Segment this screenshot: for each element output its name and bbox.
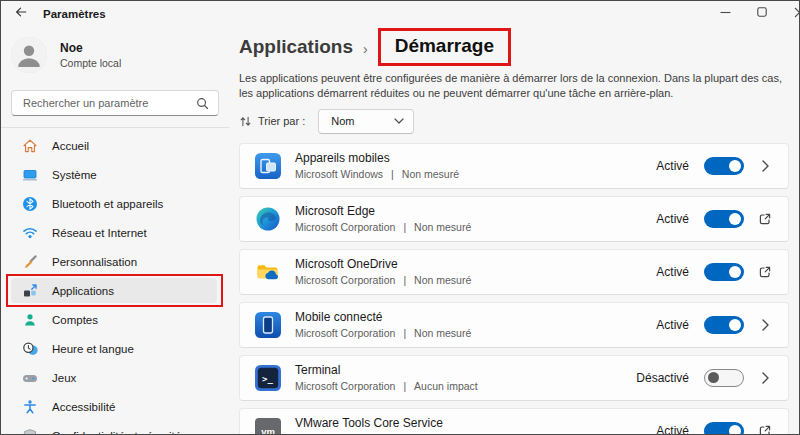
breadcrumb: Applications › Démarrage [239,28,789,66]
onedrive-icon [255,259,281,285]
accessibility-icon [22,399,38,415]
titlebar: Paramètres [1,1,799,27]
app-info: Microsoft Edge Microsoft Corporation | N… [295,204,656,233]
app-row: Microsoft OneDrive Microsoft Corporation… [239,249,789,295]
app-toggle[interactable] [704,422,744,435]
external-link-icon[interactable] [757,212,773,226]
sidebar-item-label: Heure et langue [52,343,134,355]
sidebar-item-reseau-et-internet[interactable]: Réseau et Internet [11,220,217,245]
sidebar-item-confidentialite-et-securite[interactable]: Confidentialité et sécurité [11,423,217,435]
app-row: vm VMware Tools Core Service VMware, Inc… [239,408,789,435]
sidebar-item-accueil[interactable]: Accueil [11,133,217,158]
app-publisher: Microsoft Corporation [295,380,395,392]
svg-text:vm: vm [261,425,275,435]
sort-dropdown-value: Nom [331,115,354,127]
chevron-down-icon [394,118,404,124]
sort-dropdown[interactable]: Nom [318,109,414,134]
chevron-right-icon[interactable] [757,372,773,384]
toggle-knob [729,160,741,172]
window-title: Paramètres [43,8,106,20]
app-name: Microsoft OneDrive [295,257,656,271]
system-icon [22,167,38,183]
app-impact: Aucun impact [414,380,478,392]
sidebar-item-label: Comptes [52,314,98,326]
sidebar-item-heure-et-langue[interactable]: Heure et langue [11,336,217,361]
sidebar-item-accessibilite[interactable]: Accessibilité [11,394,217,419]
app-name: Mobile connecté [295,310,656,324]
personalization-icon [22,254,38,270]
app-status-label: Désactivé [636,371,689,385]
back-button[interactable] [14,5,28,23]
list-separator: | [403,221,406,233]
avatar [11,37,47,73]
sidebar-divider [1,127,229,128]
sidebar-item-label: Confidentialité et sécurité [52,430,181,435]
sidebar-item-label: Réseau et Internet [52,227,147,239]
sidebar-item-systeme[interactable]: Système [11,162,217,187]
time-language-icon [22,341,38,357]
app-info: Appareils mobiles Microsoft Windows | No… [295,151,656,180]
sidebar-item-label: Système [52,169,97,181]
list-separator: | [391,168,394,180]
toggle-knob [729,266,741,278]
minimize-button[interactable] [718,4,732,20]
network-icon [22,225,38,241]
mobile-devices-icon [255,153,281,179]
app-info: VMware Tools Core Service VMware, Inc. |… [295,416,656,435]
list-separator: | [403,274,406,286]
sidebar: Noe Compte local Accueil Système Bluetoo… [1,27,229,435]
search-box[interactable] [11,90,219,116]
apps-icon [22,283,38,299]
app-info: Terminal Microsoft Corporation | Aucun i… [295,363,636,392]
external-link-icon[interactable] [757,424,773,435]
app-publisher: Microsoft Windows [295,168,383,180]
sidebar-item-bluetooth-et-appareils[interactable]: Bluetooth et appareils [11,191,217,216]
user-profile[interactable]: Noe Compte local [1,37,229,73]
main-content: Applications › Démarrage Les application… [229,27,799,435]
back-arrow-icon [14,5,28,23]
svg-text:>_: >_ [262,374,273,384]
home-icon [22,138,38,154]
window-controls [718,4,800,20]
app-toggle[interactable] [704,263,744,281]
list-separator: | [403,380,406,392]
app-toggle[interactable] [704,157,744,175]
maximize-button[interactable] [755,4,769,20]
sidebar-item-personnalisation[interactable]: Personnalisation [11,249,217,274]
privacy-icon [22,428,38,435]
toggle-knob [729,425,741,435]
sidebar-item-comptes[interactable]: Comptes [11,307,217,332]
breadcrumb-applications[interactable]: Applications [239,36,353,58]
search-icon [196,97,209,110]
app-impact: Non mesuré [414,221,471,233]
chevron-right-icon[interactable] [757,160,773,172]
app-name: Appareils mobiles [295,151,656,165]
app-toggle[interactable] [704,369,744,387]
toggle-knob [708,372,719,383]
app-publisher: Microsoft Corporation [295,221,395,233]
chevron-right-icon[interactable] [757,319,773,331]
app-publisher: Microsoft Corporation [295,327,395,339]
app-name: VMware Tools Core Service [295,416,656,430]
vmware-icon: vm [255,418,281,435]
page-description: Les applications peuvent être configurée… [239,71,789,102]
user-name: Noe [60,41,121,55]
sidebar-item-applications[interactable]: Applications [11,278,217,303]
app-impact: Non mesuré [414,274,471,286]
close-button[interactable] [792,4,800,20]
sort-label: Trier par : [258,115,305,127]
app-name: Terminal [295,363,636,377]
app-toggle[interactable] [704,316,744,334]
app-impact: Non mesuré [414,327,471,339]
startup-apps-list: Appareils mobiles Microsoft Windows | No… [239,143,789,435]
sort-icon [239,115,252,128]
app-impact: Non mesuré [402,168,459,180]
search-input[interactable] [23,97,196,109]
app-toggle[interactable] [704,210,744,228]
sidebar-item-jeux[interactable]: Jeux [11,365,217,390]
edge-icon [255,206,281,232]
external-link-icon[interactable] [757,265,773,279]
app-row: Mobile connecté Microsoft Corporation | … [239,302,789,348]
app-info: Microsoft OneDrive Microsoft Corporation… [295,257,656,286]
gaming-icon [22,370,38,386]
